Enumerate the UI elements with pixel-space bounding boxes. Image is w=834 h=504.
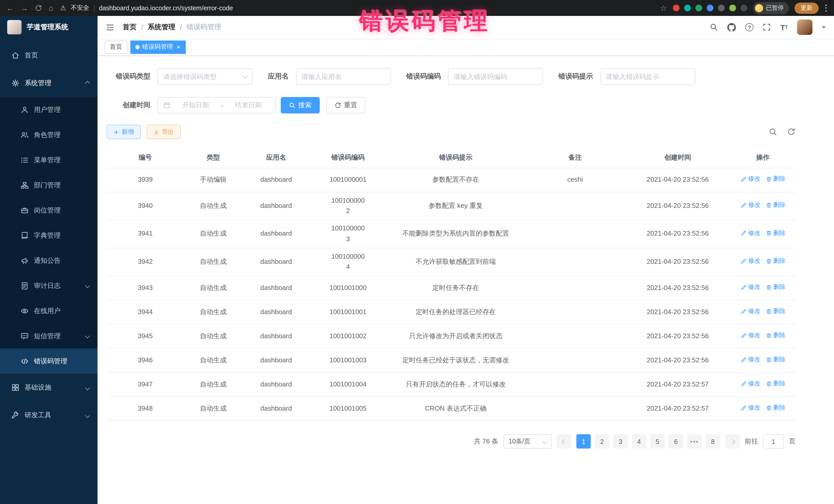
goto-page-input[interactable] [763, 435, 784, 449]
pager-page-3[interactable]: 3 [613, 435, 628, 449]
address-field[interactable]: ⚠ 不安全 dashboard.yudao.iocoder.cn/system/… [60, 4, 653, 12]
sidebar-logo[interactable]: 芋道管理系统 [0, 16, 97, 39]
breadcrumb-system[interactable]: 系统管理 [148, 23, 176, 32]
cell-type: 自动生成 [184, 349, 243, 373]
dept-icon [21, 181, 29, 189]
extension-icon[interactable] [718, 5, 724, 11]
cell-msg: 定时任务不存在 [387, 276, 525, 300]
sidebar-item-home[interactable]: 首页 [0, 42, 97, 69]
sidebar-item-dept-management[interactable]: 部门管理 [0, 172, 97, 198]
delete-link[interactable]: 删除 [766, 379, 786, 389]
edit-link[interactable]: 修改 [740, 403, 760, 413]
delete-link[interactable]: 删除 [766, 256, 786, 266]
sidebar-item-error-code-management[interactable]: 错误码管理 [0, 349, 97, 374]
extension-icon[interactable] [740, 5, 747, 11]
pager-page-4[interactable]: 4 [632, 435, 646, 449]
delete-link[interactable]: 删除 [766, 403, 786, 413]
error-type-select[interactable] [158, 68, 253, 85]
delete-link[interactable]: 删除 [766, 200, 786, 210]
edit-link[interactable]: 修改 [740, 256, 760, 266]
table-header-row: 编号 类型 应用名 错误码编码 错误码提示 备注 创建时间 操作 [107, 147, 795, 168]
reload-button[interactable] [35, 4, 42, 12]
sidebar-item-menu-management[interactable]: 菜单管理 [0, 147, 97, 172]
pager-more-button[interactable]: ••• [687, 435, 702, 449]
tools-icon [11, 411, 20, 419]
sidebar-item-online-users[interactable]: 在线用户 [0, 298, 97, 323]
app-name-input[interactable] [296, 68, 391, 85]
fullscreen-icon[interactable] [763, 23, 771, 31]
font-size-icon[interactable]: TT [781, 23, 788, 31]
delete-link[interactable]: 删除 [766, 174, 786, 184]
error-type-select-input[interactable] [158, 68, 253, 85]
bookmark-star-icon[interactable]: ☆ [660, 3, 667, 13]
page-size-select[interactable]: 10条/页 [503, 435, 552, 449]
sidebar-item-dev-tools[interactable]: 研发工具 [0, 401, 97, 429]
next-page-button[interactable] [725, 435, 740, 449]
cell-remark [525, 300, 625, 324]
pager-page-8[interactable]: 8 [706, 435, 720, 449]
search-button[interactable]: 搜索 [281, 97, 320, 113]
breadcrumb-home[interactable]: 首页 [123, 23, 136, 32]
browser-update-button[interactable]: 更新 [794, 2, 819, 14]
forward-button[interactable]: → [21, 4, 28, 12]
delete-link[interactable]: 删除 [766, 330, 786, 340]
home-button[interactable]: ⌂ [49, 4, 53, 12]
sidebar-item-sms-management[interactable]: 短信管理 [0, 323, 97, 349]
extension-icon[interactable] [673, 5, 679, 11]
help-icon[interactable]: ? [745, 23, 754, 31]
user-avatar[interactable] [797, 20, 812, 35]
sidebar-item-infrastructure[interactable]: 基础设施 [0, 374, 97, 401]
avatar-dropdown-caret-icon[interactable] [822, 26, 826, 28]
edit-link[interactable]: 修改 [740, 282, 760, 292]
chevron-down-icon [85, 385, 90, 390]
toggle-search-icon[interactable] [769, 128, 777, 136]
export-button[interactable]: 导出 [147, 125, 181, 139]
error-code-input[interactable] [448, 68, 543, 85]
delete-link[interactable]: 删除 [766, 355, 786, 365]
extension-icon[interactable] [729, 5, 736, 11]
prev-page-button[interactable] [557, 435, 571, 449]
edit-link[interactable]: 修改 [740, 228, 760, 238]
delete-link[interactable]: 删除 [766, 306, 786, 316]
extension-icon[interactable] [706, 5, 713, 11]
sidebar-fold-icon[interactable] [106, 23, 114, 31]
github-icon[interactable] [727, 23, 736, 31]
close-tab-icon[interactable]: × [177, 44, 180, 50]
profile-paused-chip[interactable]: 已暂停 [753, 2, 789, 14]
refresh-table-icon[interactable] [787, 128, 795, 136]
cell-type: 自动生成 [184, 220, 243, 248]
delete-link[interactable]: 删除 [766, 228, 786, 238]
error-msg-input[interactable] [600, 68, 695, 85]
sidebar-item-system[interactable]: 系统管理 [0, 69, 97, 97]
search-icon[interactable] [710, 23, 718, 31]
sidebar-item-audit-log[interactable]: 审计日志 [0, 273, 97, 298]
pager-page-2[interactable]: 2 [595, 435, 609, 449]
edit-link[interactable]: 修改 [740, 174, 760, 184]
app-title: 芋道管理系统 [27, 23, 68, 32]
reset-button[interactable]: 重置 [326, 97, 366, 113]
sidebar-item-post-management[interactable]: 岗位管理 [0, 198, 97, 223]
sidebar-item-role-management[interactable]: 角色管理 [0, 122, 97, 147]
extension-icon[interactable] [684, 5, 690, 11]
extension-icon[interactable] [695, 5, 702, 11]
pager-page-1[interactable]: 1 [576, 435, 591, 449]
browser-menu-icon[interactable] [824, 4, 828, 12]
tab-home[interactable]: 首页 [105, 40, 127, 53]
edit-link[interactable]: 修改 [740, 355, 760, 365]
table-row: 3942自动生成dashboard1001000004不允许获取敏感配置到前端2… [107, 248, 795, 276]
pager-page-6[interactable]: 6 [669, 435, 683, 449]
edit-link[interactable]: 修改 [740, 379, 760, 389]
sidebar-item-user-management[interactable]: 用户管理 [0, 97, 97, 122]
sidebar-item-dict-management[interactable]: 字典管理 [0, 223, 97, 248]
edit-link[interactable]: 修改 [740, 306, 760, 316]
edit-link[interactable]: 修改 [740, 200, 760, 210]
cell-msg: 定时任务已经处于该状态，无需修改 [387, 349, 525, 373]
delete-link[interactable]: 删除 [766, 282, 786, 292]
edit-link[interactable]: 修改 [740, 330, 760, 340]
add-button[interactable]: 新增 [107, 125, 140, 139]
tab-error-code[interactable]: 错误码管理 × [130, 40, 185, 53]
back-button[interactable]: ← [6, 4, 14, 12]
pager-page-5[interactable]: 5 [650, 435, 665, 449]
sidebar-item-notice[interactable]: 通知公告 [0, 248, 97, 273]
create-time-range-picker[interactable]: 开始日期 - 结束日期 [158, 97, 276, 113]
